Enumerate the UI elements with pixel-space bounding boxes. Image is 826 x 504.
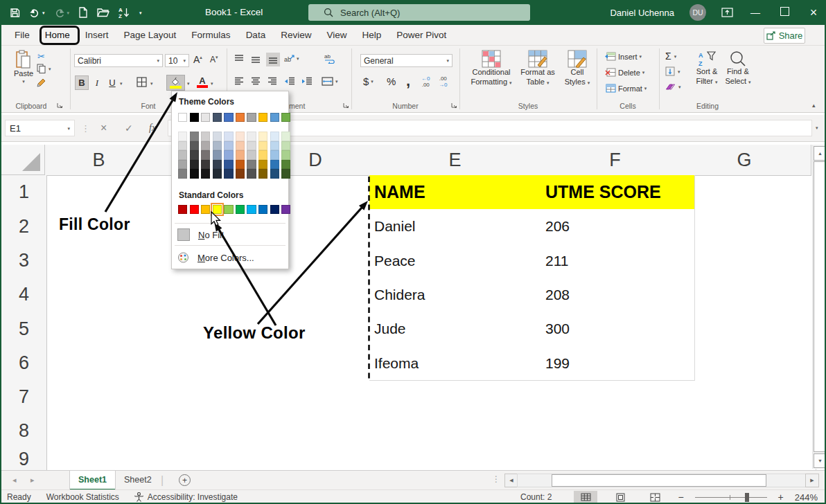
cell[interactable] (152, 380, 267, 415)
theme-variant-swatch[interactable] (201, 150, 210, 160)
theme-variant-swatch[interactable] (258, 169, 267, 179)
theme-variant-swatch[interactable] (258, 141, 267, 151)
sheet-tab-sheet2[interactable]: Sheet2 (116, 471, 160, 490)
theme-variant-swatch[interactable] (178, 150, 187, 160)
theme-variant-swatch[interactable] (236, 141, 245, 151)
cell[interactable] (369, 380, 546, 415)
theme-color-swatch[interactable] (190, 113, 199, 122)
cell-F1[interactable]: UTME SCORE (541, 175, 695, 210)
theme-variant-swatch[interactable] (258, 132, 267, 141)
theme-color-swatch[interactable] (201, 113, 210, 122)
theme-variant-swatch[interactable] (247, 160, 256, 170)
zoom-slider[interactable] (695, 491, 767, 503)
row-header-8[interactable]: 8 (0, 414, 47, 449)
cell[interactable] (689, 175, 805, 210)
theme-variant-swatch[interactable] (247, 150, 256, 160)
standard-color-swatch[interactable] (224, 205, 233, 214)
theme-variant-swatch[interactable] (236, 132, 245, 141)
cell[interactable] (45, 278, 158, 312)
theme-color-swatch[interactable] (270, 113, 279, 122)
theme-variant-swatch[interactable] (224, 169, 233, 179)
cell[interactable] (369, 414, 546, 449)
standard-color-swatch[interactable] (281, 205, 290, 214)
horizontal-scrollbar[interactable] (517, 474, 807, 487)
theme-variant-swatch[interactable] (178, 132, 187, 141)
cell-F5[interactable]: 300 (541, 312, 695, 347)
cell[interactable] (45, 244, 158, 278)
cell[interactable] (152, 414, 267, 449)
cell[interactable] (689, 244, 805, 278)
cell[interactable] (261, 346, 375, 381)
more-colors-item[interactable]: More Colors... (177, 249, 284, 267)
theme-variant-swatch[interactable] (247, 169, 256, 179)
theme-variant-swatch[interactable] (281, 132, 290, 141)
cell[interactable] (45, 346, 158, 381)
standard-color-swatch[interactable] (236, 205, 245, 214)
theme-variant-swatch[interactable] (270, 160, 279, 170)
workbook-statistics[interactable]: Workbook Statistics (46, 492, 119, 502)
cell[interactable] (541, 448, 695, 471)
theme-variant-swatch[interactable] (190, 150, 199, 160)
theme-variant-swatch[interactable] (258, 150, 267, 160)
theme-variant-swatch[interactable] (201, 169, 210, 179)
standard-color-swatch[interactable] (270, 205, 279, 214)
theme-variant-swatch[interactable] (190, 169, 199, 179)
zoom-level[interactable]: 244% (795, 492, 818, 503)
cell-E4[interactable]: Chidera (369, 278, 546, 312)
theme-variant-swatch[interactable] (178, 169, 187, 179)
normal-view-button[interactable] (574, 491, 597, 503)
row-header-5[interactable]: 5 (0, 312, 47, 347)
column-header-F[interactable]: F (541, 145, 690, 176)
theme-variant-swatch[interactable] (190, 160, 199, 170)
column-header-E[interactable]: E (369, 145, 541, 176)
theme-variant-swatch[interactable] (281, 150, 290, 160)
cell[interactable] (689, 346, 805, 381)
theme-variant-swatch[interactable] (270, 132, 279, 141)
theme-variant-swatch[interactable] (201, 160, 210, 170)
theme-variant-swatch[interactable] (236, 150, 245, 160)
accessibility-status[interactable]: Accessibility: Investigate (134, 492, 238, 502)
page-layout-view-button[interactable] (608, 491, 632, 503)
select-all-corner[interactable] (0, 145, 45, 175)
theme-color-swatch[interactable] (258, 113, 267, 122)
zoom-in-button[interactable]: + (778, 492, 784, 503)
theme-variant-swatch[interactable] (236, 169, 245, 179)
theme-variant-swatch[interactable] (270, 169, 279, 179)
standard-color-swatch[interactable] (190, 205, 199, 214)
theme-variant-swatch[interactable] (224, 132, 233, 141)
cell[interactable] (689, 380, 805, 415)
theme-variant-swatch[interactable] (201, 132, 210, 141)
theme-variant-swatch[interactable] (236, 160, 245, 170)
sheet-nav-right-icon[interactable]: ▸ (30, 476, 35, 485)
theme-color-swatch[interactable] (213, 113, 222, 122)
cell[interactable] (689, 448, 805, 471)
theme-color-swatch[interactable] (224, 113, 233, 122)
theme-variant-swatch[interactable] (281, 169, 290, 179)
cell[interactable] (541, 414, 695, 449)
cell-F2[interactable]: 206 (541, 209, 695, 244)
scroll-right-icon[interactable]: ▶ (805, 474, 819, 487)
row-header-6[interactable]: 6 (0, 346, 47, 381)
cell[interactable] (261, 414, 375, 449)
no-fill-item[interactable]: No Fill (177, 226, 284, 244)
theme-variant-swatch[interactable] (224, 160, 233, 170)
cell[interactable] (689, 414, 805, 449)
row-header-2[interactable]: 2 (0, 209, 47, 244)
sheet-nav-left-icon[interactable]: ◂ (12, 476, 17, 485)
cell[interactable] (689, 312, 805, 347)
cell-F4[interactable]: 208 (541, 278, 695, 312)
cell-F3[interactable]: 211 (541, 244, 695, 278)
theme-variant-swatch[interactable] (281, 160, 290, 170)
row-header-9[interactable]: 9 (0, 448, 47, 471)
column-header-partial[interactable] (799, 145, 811, 176)
standard-color-swatch[interactable] (258, 205, 267, 214)
cell[interactable] (45, 380, 158, 415)
theme-color-swatch[interactable] (178, 113, 187, 122)
cell-F6[interactable]: 199 (541, 346, 695, 381)
sheet-tab-sheet1[interactable]: Sheet1 (69, 471, 116, 490)
theme-variant-swatch[interactable] (190, 132, 199, 141)
vertical-scrollbar[interactable]: ▲ ▼ (812, 145, 826, 469)
theme-variant-swatch[interactable] (213, 132, 222, 141)
page-break-view-button[interactable] (643, 491, 667, 503)
theme-variant-swatch[interactable] (224, 150, 233, 160)
